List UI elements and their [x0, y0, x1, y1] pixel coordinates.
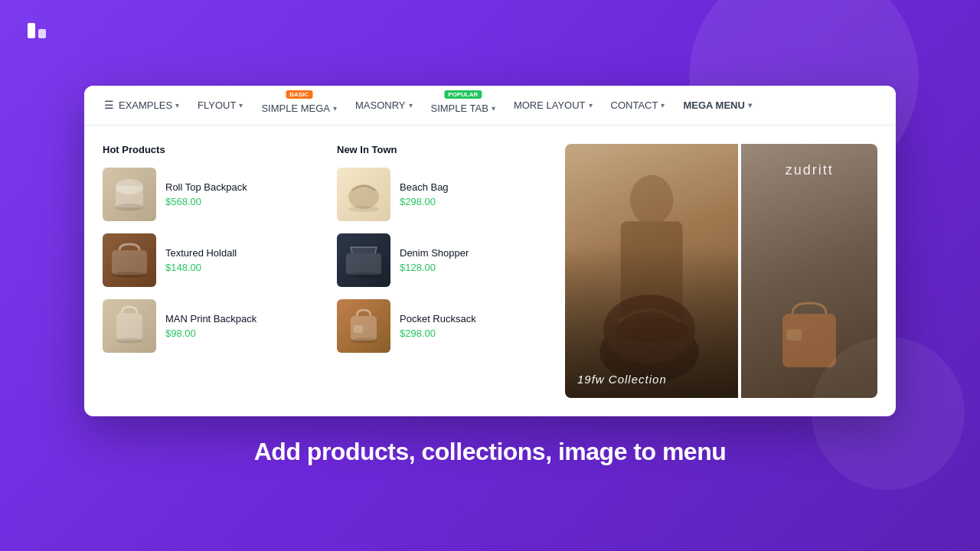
image-gradient-overlay [565, 144, 738, 398]
chevron-masonry: ▾ [409, 101, 413, 109]
svg-point-12 [346, 272, 381, 277]
nav-simple-tab[interactable]: POPULAR SIMPLE TAB ▾ [423, 92, 503, 119]
svg-rect-0 [28, 23, 35, 38]
nav-contact-label: CONTACT [611, 99, 658, 111]
product-thumb-man-print [103, 299, 156, 353]
hot-products-column: Hot products Roll Top Backpack $568.00 [103, 144, 312, 398]
product-name-denim: Denim Shopper [400, 247, 469, 259]
product-man-print[interactable]: MAN Print Backpack $98.00 [103, 299, 312, 353]
new-in-town-column: New in town Beach Bag $298.00 [337, 144, 547, 398]
product-roll-top[interactable]: Roll Top Backpack $568.00 [103, 168, 312, 221]
product-price-roll-top: $568.00 [165, 196, 247, 207]
image-right: zudritt [741, 144, 877, 398]
svg-point-10 [348, 206, 379, 212]
product-info-beach: Beach Bag $298.00 [400, 181, 449, 207]
product-thumb-pocket [337, 299, 390, 353]
svg-point-15 [351, 337, 377, 343]
nav-more-layout[interactable]: MORE LAYOUT ▾ [506, 95, 600, 116]
chevron-flyout: ▾ [239, 101, 243, 109]
product-pocket[interactable]: Pocket Rucksack $298.00 [337, 299, 547, 353]
image-left: 19fw Collection [565, 144, 738, 398]
nav-mega-menu-label: MEGA MENU [683, 99, 744, 111]
nav-simple-mega-label: SIMPLE MEGA [261, 103, 330, 114]
chevron-mega-menu: ▾ [748, 101, 752, 109]
image-right-brand-text: zudritt [786, 162, 834, 178]
product-price-beach: $298.00 [400, 196, 449, 207]
product-thumb-roll-top [103, 168, 156, 221]
svg-rect-7 [116, 313, 142, 341]
svg-rect-22 [786, 329, 802, 341]
navbar: ☰ EXAMPLES ▾ FLYOUT ▾ BASIC SIMPLE MEGA … [84, 86, 896, 126]
nav-flyout[interactable]: FLYOUT ▾ [190, 95, 250, 116]
image-panel: 19fw Collection zudritt [565, 144, 877, 398]
product-name-pocket: Pocket Rucksack [400, 313, 476, 324]
image-right-content: zudritt [786, 156, 834, 178]
product-beach-bag[interactable]: Beach Bag $298.00 [337, 168, 547, 221]
product-info-denim: Denim Shopper $128.00 [400, 247, 469, 273]
product-name-man-print: MAN Print Backpack [165, 313, 256, 324]
product-price-denim: $128.00 [400, 262, 469, 273]
nav-contact[interactable]: CONTACT ▾ [603, 95, 673, 116]
product-thumb-beach [337, 168, 390, 221]
footer-headline: Add products, collections, image to menu [254, 438, 727, 466]
nav-examples[interactable]: ☰ EXAMPLES ▾ [96, 94, 187, 116]
product-name-roll-top: Roll Top Backpack [165, 181, 247, 193]
hamburger-icon: ☰ [104, 99, 114, 111]
bag-icon-roll-top [103, 168, 156, 221]
nav-examples-label: EXAMPLES [119, 99, 172, 111]
nav-more-layout-label: MORE LAYOUT [514, 99, 586, 111]
product-info-textured: Textured Holdall $148.00 [165, 247, 237, 273]
svg-rect-14 [354, 325, 363, 333]
product-price-pocket: $298.00 [400, 328, 476, 339]
bag-icon-textured [103, 233, 156, 287]
chevron-simple-tab: ▾ [492, 104, 495, 112]
chevron-examples: ▾ [175, 101, 179, 109]
product-textured[interactable]: Textured Holdall $148.00 [103, 233, 312, 287]
svg-point-4 [116, 204, 143, 211]
chevron-simple-mega: ▾ [333, 104, 337, 112]
badge-basic: BASIC [286, 90, 312, 99]
product-info-man-print: MAN Print Backpack $98.00 [165, 313, 256, 339]
product-thumb-denim [337, 233, 390, 287]
nav-mega-menu[interactable]: MEGA MENU ▾ [675, 95, 759, 116]
nav-masonry[interactable]: MASONRY ▾ [348, 95, 420, 116]
nav-flyout-label: FLYOUT [198, 99, 236, 111]
bag-icon-man-print [103, 299, 156, 353]
product-thumb-textured [103, 233, 156, 287]
nav-simple-tab-label: SIMPLE TAB [431, 103, 488, 114]
product-price-textured: $148.00 [165, 262, 237, 273]
product-name-textured: Textured Holdall [165, 247, 237, 259]
logo-icon [23, 15, 52, 44]
svg-rect-11 [346, 253, 381, 275]
chevron-contact: ▾ [661, 101, 665, 109]
products-section: Hot products Roll Top Backpack $568.00 [103, 144, 547, 398]
product-price-man-print: $98.00 [165, 328, 256, 339]
svg-point-8 [116, 337, 142, 343]
main-card: ☰ EXAMPLES ▾ FLYOUT ▾ BASIC SIMPLE MEGA … [84, 86, 896, 416]
hot-products-title: Hot products [103, 144, 312, 155]
chevron-more-layout: ▾ [589, 101, 593, 109]
image-left-text: 19fw Collection [577, 373, 667, 386]
badge-popular: POPULAR [444, 90, 482, 99]
small-bag-silhouette [771, 291, 848, 383]
bag-icon-beach [337, 168, 390, 221]
nav-simple-mega[interactable]: BASIC SIMPLE MEGA ▾ [253, 92, 345, 119]
svg-point-6 [112, 272, 147, 278]
product-info-pocket: Pocket Rucksack $298.00 [400, 313, 476, 339]
nav-masonry-label: MASONRY [355, 99, 406, 111]
product-name-beach: Beach Bag [400, 181, 449, 193]
mega-menu-dropdown: Hot products Roll Top Backpack $568.00 [84, 126, 896, 416]
new-in-town-title: New in town [337, 144, 547, 155]
bag-icon-pocket [337, 299, 390, 353]
app-logo[interactable] [23, 15, 52, 44]
svg-point-9 [348, 184, 379, 209]
bag-icon-denim [337, 233, 390, 287]
product-denim[interactable]: Denim Shopper $128.00 [337, 233, 547, 287]
product-info-roll-top: Roll Top Backpack $568.00 [165, 181, 247, 207]
svg-rect-1 [38, 29, 46, 38]
svg-rect-5 [112, 250, 147, 275]
